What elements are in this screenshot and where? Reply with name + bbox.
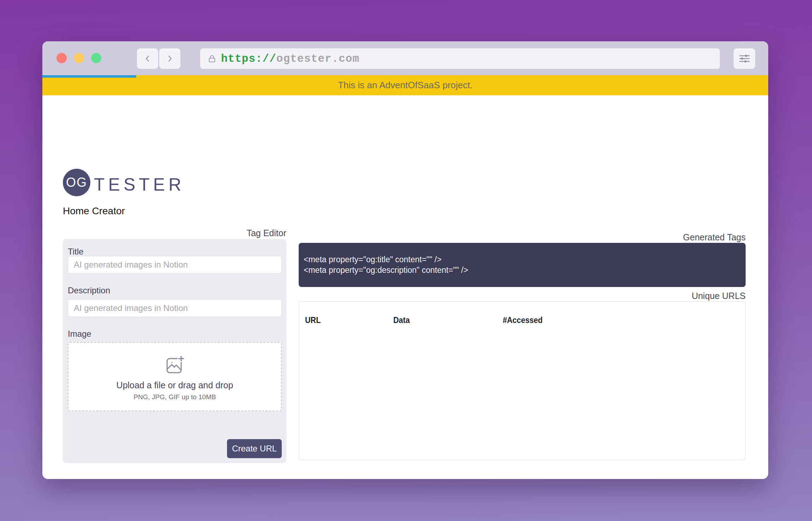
logo-initials: OG — [66, 175, 87, 190]
image-field-label: Image — [68, 329, 91, 339]
minimize-window-button[interactable] — [74, 53, 84, 63]
upload-instruction: Upload a file or drag and drop — [117, 380, 233, 390]
url-host: ogtester.com — [276, 53, 359, 65]
chevron-left-icon — [143, 54, 152, 63]
column-header-accessed: #Accessed — [503, 315, 543, 325]
generated-tags-section-label: Generated Tags — [299, 232, 746, 242]
close-window-button[interactable] — [56, 53, 67, 63]
sliders-icon — [739, 54, 750, 64]
image-plus-icon — [165, 355, 185, 375]
title-input[interactable] — [68, 256, 282, 274]
generated-tags-code-block: <meta property="og:title" content="" /> … — [299, 243, 746, 287]
page-load-progress-bar — [42, 75, 136, 78]
announcement-text: This is an AdventOfSaaS project. — [338, 80, 473, 91]
page-title: Home Creator — [63, 205, 125, 217]
meta-tag-line: <meta property="og:description" content=… — [304, 265, 741, 275]
page-content: OG TESTER Home Creator Tag Editor Title … — [42, 95, 768, 479]
unique-urls-table-header: URL Data #Accessed — [299, 302, 745, 334]
tag-editor-panel: Title Description Image Upload a file or… — [63, 239, 286, 463]
url-scheme: https:// — [221, 53, 276, 65]
image-upload-dropzone[interactable]: Upload a file or drag and drop PNG, JPG,… — [68, 342, 282, 411]
title-field-label: Title — [68, 247, 83, 257]
unique-urls-section-label: Unique URLS — [299, 291, 746, 301]
maximize-window-button[interactable] — [91, 53, 101, 63]
traffic-lights — [56, 53, 101, 63]
tag-editor-section-label: Tag Editor — [63, 228, 286, 238]
description-field-label: Description — [68, 286, 110, 295]
column-header-data: Data — [393, 315, 410, 325]
logo-badge: OG — [63, 169, 90, 196]
lock-icon — [207, 54, 217, 64]
forward-button[interactable] — [159, 48, 180, 69]
back-button[interactable] — [137, 48, 158, 69]
description-input[interactable] — [68, 299, 282, 317]
create-url-button[interactable]: Create URL — [227, 439, 282, 458]
settings-button[interactable] — [734, 48, 755, 69]
upload-file-hint: PNG, JPG, GIF up to 10MB — [133, 393, 216, 401]
logo-wordmark: TESTER — [94, 174, 185, 195]
column-header-url: URL — [305, 315, 321, 325]
browser-nav-buttons — [137, 48, 180, 69]
chevron-right-icon — [165, 54, 174, 63]
address-bar[interactable]: https://ogtester.com — [200, 48, 720, 69]
meta-tag-line: <meta property="og:title" content="" /> — [304, 254, 741, 265]
unique-urls-table: URL Data #Accessed — [299, 301, 746, 460]
browser-window: https://ogtester.com This is an AdventOf… — [42, 41, 768, 479]
announcement-banner: This is an AdventOfSaaS project. — [42, 75, 768, 95]
browser-chrome: https://ogtester.com — [42, 41, 768, 75]
